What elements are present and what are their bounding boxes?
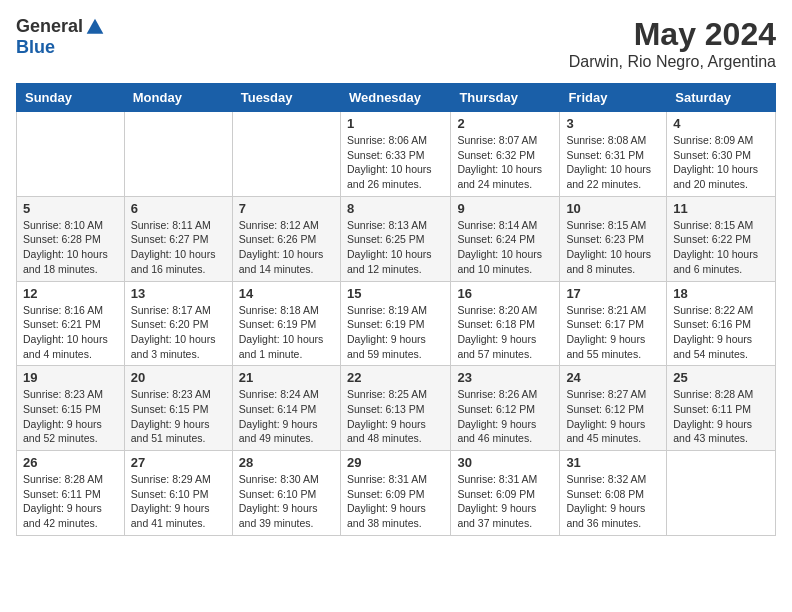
calendar-week-1: 1Sunrise: 8:06 AM Sunset: 6:33 PM Daylig… (17, 112, 776, 197)
calendar-cell: 31Sunrise: 8:32 AM Sunset: 6:08 PM Dayli… (560, 451, 667, 536)
day-info: Sunrise: 8:30 AM Sunset: 6:10 PM Dayligh… (239, 472, 334, 531)
day-number: 17 (566, 286, 660, 301)
calendar-cell: 22Sunrise: 8:25 AM Sunset: 6:13 PM Dayli… (340, 366, 450, 451)
calendar-table: SundayMondayTuesdayWednesdayThursdayFrid… (16, 83, 776, 536)
day-number: 3 (566, 116, 660, 131)
day-info: Sunrise: 8:14 AM Sunset: 6:24 PM Dayligh… (457, 218, 553, 277)
day-info: Sunrise: 8:15 AM Sunset: 6:23 PM Dayligh… (566, 218, 660, 277)
header-row: SundayMondayTuesdayWednesdayThursdayFrid… (17, 84, 776, 112)
calendar-cell: 21Sunrise: 8:24 AM Sunset: 6:14 PM Dayli… (232, 366, 340, 451)
day-number: 31 (566, 455, 660, 470)
calendar-cell: 29Sunrise: 8:31 AM Sunset: 6:09 PM Dayli… (340, 451, 450, 536)
header-cell-monday: Monday (124, 84, 232, 112)
day-info: Sunrise: 8:20 AM Sunset: 6:18 PM Dayligh… (457, 303, 553, 362)
calendar-cell: 7Sunrise: 8:12 AM Sunset: 6:26 PM Daylig… (232, 196, 340, 281)
header-cell-tuesday: Tuesday (232, 84, 340, 112)
calendar-cell: 23Sunrise: 8:26 AM Sunset: 6:12 PM Dayli… (451, 366, 560, 451)
day-info: Sunrise: 8:31 AM Sunset: 6:09 PM Dayligh… (457, 472, 553, 531)
day-number: 1 (347, 116, 444, 131)
calendar-cell: 10Sunrise: 8:15 AM Sunset: 6:23 PM Dayli… (560, 196, 667, 281)
calendar-week-4: 19Sunrise: 8:23 AM Sunset: 6:15 PM Dayli… (17, 366, 776, 451)
day-number: 5 (23, 201, 118, 216)
day-number: 18 (673, 286, 769, 301)
day-info: Sunrise: 8:07 AM Sunset: 6:32 PM Dayligh… (457, 133, 553, 192)
day-info: Sunrise: 8:12 AM Sunset: 6:26 PM Dayligh… (239, 218, 334, 277)
day-info: Sunrise: 8:29 AM Sunset: 6:10 PM Dayligh… (131, 472, 226, 531)
header-cell-wednesday: Wednesday (340, 84, 450, 112)
day-number: 21 (239, 370, 334, 385)
calendar-cell: 12Sunrise: 8:16 AM Sunset: 6:21 PM Dayli… (17, 281, 125, 366)
calendar-cell: 8Sunrise: 8:13 AM Sunset: 6:25 PM Daylig… (340, 196, 450, 281)
calendar-cell: 18Sunrise: 8:22 AM Sunset: 6:16 PM Dayli… (667, 281, 776, 366)
calendar-cell (17, 112, 125, 197)
day-number: 15 (347, 286, 444, 301)
day-info: Sunrise: 8:32 AM Sunset: 6:08 PM Dayligh… (566, 472, 660, 531)
calendar-body: 1Sunrise: 8:06 AM Sunset: 6:33 PM Daylig… (17, 112, 776, 536)
day-number: 8 (347, 201, 444, 216)
calendar-week-5: 26Sunrise: 8:28 AM Sunset: 6:11 PM Dayli… (17, 451, 776, 536)
calendar-cell: 11Sunrise: 8:15 AM Sunset: 6:22 PM Dayli… (667, 196, 776, 281)
day-number: 6 (131, 201, 226, 216)
calendar-cell (124, 112, 232, 197)
day-number: 24 (566, 370, 660, 385)
day-info: Sunrise: 8:16 AM Sunset: 6:21 PM Dayligh… (23, 303, 118, 362)
day-info: Sunrise: 8:31 AM Sunset: 6:09 PM Dayligh… (347, 472, 444, 531)
day-info: Sunrise: 8:06 AM Sunset: 6:33 PM Dayligh… (347, 133, 444, 192)
day-info: Sunrise: 8:23 AM Sunset: 6:15 PM Dayligh… (23, 387, 118, 446)
day-info: Sunrise: 8:15 AM Sunset: 6:22 PM Dayligh… (673, 218, 769, 277)
day-number: 25 (673, 370, 769, 385)
header-cell-saturday: Saturday (667, 84, 776, 112)
calendar-cell: 27Sunrise: 8:29 AM Sunset: 6:10 PM Dayli… (124, 451, 232, 536)
day-info: Sunrise: 8:27 AM Sunset: 6:12 PM Dayligh… (566, 387, 660, 446)
calendar-cell: 6Sunrise: 8:11 AM Sunset: 6:27 PM Daylig… (124, 196, 232, 281)
calendar-cell: 25Sunrise: 8:28 AM Sunset: 6:11 PM Dayli… (667, 366, 776, 451)
calendar-cell: 20Sunrise: 8:23 AM Sunset: 6:15 PM Dayli… (124, 366, 232, 451)
calendar-cell: 14Sunrise: 8:18 AM Sunset: 6:19 PM Dayli… (232, 281, 340, 366)
day-number: 4 (673, 116, 769, 131)
header-cell-sunday: Sunday (17, 84, 125, 112)
calendar-cell: 15Sunrise: 8:19 AM Sunset: 6:19 PM Dayli… (340, 281, 450, 366)
header-cell-friday: Friday (560, 84, 667, 112)
day-number: 11 (673, 201, 769, 216)
day-number: 9 (457, 201, 553, 216)
calendar-header: SundayMondayTuesdayWednesdayThursdayFrid… (17, 84, 776, 112)
calendar-cell: 24Sunrise: 8:27 AM Sunset: 6:12 PM Dayli… (560, 366, 667, 451)
page-header: General Blue May 2024 Darwin, Rio Negro,… (16, 16, 776, 71)
day-number: 16 (457, 286, 553, 301)
day-number: 23 (457, 370, 553, 385)
day-info: Sunrise: 8:09 AM Sunset: 6:30 PM Dayligh… (673, 133, 769, 192)
logo: General Blue (16, 16, 105, 58)
title-block: May 2024 Darwin, Rio Negro, Argentina (569, 16, 776, 71)
month-year: May 2024 (569, 16, 776, 53)
calendar-week-3: 12Sunrise: 8:16 AM Sunset: 6:21 PM Dayli… (17, 281, 776, 366)
location: Darwin, Rio Negro, Argentina (569, 53, 776, 71)
calendar-cell: 16Sunrise: 8:20 AM Sunset: 6:18 PM Dayli… (451, 281, 560, 366)
svg-marker-0 (87, 18, 104, 33)
day-info: Sunrise: 8:24 AM Sunset: 6:14 PM Dayligh… (239, 387, 334, 446)
day-info: Sunrise: 8:25 AM Sunset: 6:13 PM Dayligh… (347, 387, 444, 446)
day-info: Sunrise: 8:21 AM Sunset: 6:17 PM Dayligh… (566, 303, 660, 362)
calendar-week-2: 5Sunrise: 8:10 AM Sunset: 6:28 PM Daylig… (17, 196, 776, 281)
calendar-cell: 26Sunrise: 8:28 AM Sunset: 6:11 PM Dayli… (17, 451, 125, 536)
logo-general-text: General (16, 16, 83, 37)
calendar-cell: 30Sunrise: 8:31 AM Sunset: 6:09 PM Dayli… (451, 451, 560, 536)
day-info: Sunrise: 8:22 AM Sunset: 6:16 PM Dayligh… (673, 303, 769, 362)
day-number: 30 (457, 455, 553, 470)
day-info: Sunrise: 8:11 AM Sunset: 6:27 PM Dayligh… (131, 218, 226, 277)
day-info: Sunrise: 8:19 AM Sunset: 6:19 PM Dayligh… (347, 303, 444, 362)
day-info: Sunrise: 8:08 AM Sunset: 6:31 PM Dayligh… (566, 133, 660, 192)
logo-icon (85, 17, 105, 37)
calendar-cell: 13Sunrise: 8:17 AM Sunset: 6:20 PM Dayli… (124, 281, 232, 366)
calendar-cell: 5Sunrise: 8:10 AM Sunset: 6:28 PM Daylig… (17, 196, 125, 281)
day-number: 2 (457, 116, 553, 131)
calendar-cell: 2Sunrise: 8:07 AM Sunset: 6:32 PM Daylig… (451, 112, 560, 197)
day-number: 26 (23, 455, 118, 470)
day-info: Sunrise: 8:28 AM Sunset: 6:11 PM Dayligh… (673, 387, 769, 446)
calendar-cell: 28Sunrise: 8:30 AM Sunset: 6:10 PM Dayli… (232, 451, 340, 536)
day-info: Sunrise: 8:17 AM Sunset: 6:20 PM Dayligh… (131, 303, 226, 362)
day-number: 20 (131, 370, 226, 385)
day-number: 12 (23, 286, 118, 301)
day-info: Sunrise: 8:28 AM Sunset: 6:11 PM Dayligh… (23, 472, 118, 531)
day-number: 19 (23, 370, 118, 385)
calendar-cell: 9Sunrise: 8:14 AM Sunset: 6:24 PM Daylig… (451, 196, 560, 281)
